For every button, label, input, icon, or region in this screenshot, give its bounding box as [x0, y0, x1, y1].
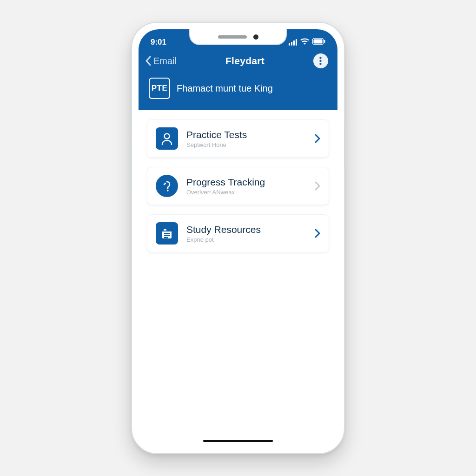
card-title: Study Resources: [186, 224, 306, 235]
phone-frame: 9:01: [131, 22, 345, 454]
screen: 9:01: [139, 29, 337, 447]
card-subtitle: Septwort Hone: [186, 141, 306, 148]
badge-text: PTE: [152, 84, 168, 93]
page-title: Fleydart: [225, 55, 264, 66]
chevron-right-icon: [315, 181, 320, 191]
cellular-icon: [289, 39, 297, 46]
nav-bar: Email Fleydart: [139, 49, 337, 71]
home-indicator[interactable]: [203, 440, 273, 442]
card-subtitle: Expne pot: [186, 236, 306, 243]
svg-point-6: [165, 134, 170, 139]
notch: [189, 29, 287, 45]
content-area: Practice Tests Septwort Hone Pro: [139, 110, 337, 447]
card-subtitle: Overlvert ANweax: [186, 189, 306, 196]
front-camera: [253, 34, 258, 40]
card-title: Progress Tracking: [186, 177, 306, 188]
card-progress-tracking[interactable]: Progress Tracking Overlvert ANweax: [147, 167, 329, 205]
more-button[interactable]: [313, 53, 328, 68]
svg-rect-11: [164, 233, 170, 234]
document-icon: [156, 222, 178, 245]
card-title: Practice Tests: [186, 129, 306, 140]
wifi-icon: [300, 38, 309, 47]
sub-header-text: Fhamact munt tue King: [177, 83, 273, 94]
back-button[interactable]: Email: [145, 56, 177, 66]
svg-rect-12: [164, 235, 170, 237]
more-vertical-icon: [319, 57, 322, 65]
chevron-right-icon: [315, 229, 320, 238]
card-study-resources[interactable]: Study Resources Expne pot: [147, 214, 329, 252]
svg-point-3: [320, 57, 322, 59]
svg-rect-13: [164, 237, 168, 238]
svg-point-7: [167, 190, 168, 191]
svg-rect-2: [324, 40, 325, 43]
svg-point-4: [320, 60, 322, 62]
svg-rect-10: [164, 229, 166, 231]
sub-header: PTE Fhamact munt tue King: [139, 71, 337, 102]
back-label: Email: [153, 56, 177, 66]
speaker-grille: [218, 35, 247, 39]
status-time: 9:01: [151, 38, 166, 47]
battery-icon: [312, 38, 325, 47]
activity-icon: [156, 175, 178, 197]
pte-badge: PTE: [149, 78, 170, 99]
card-practice-tests[interactable]: Practice Tests Septwort Hone: [147, 119, 329, 158]
person-icon: [156, 127, 178, 150]
svg-rect-1: [314, 40, 323, 44]
svg-point-5: [320, 63, 322, 65]
chevron-left-icon: [145, 56, 152, 66]
chevron-right-icon: [315, 134, 320, 143]
